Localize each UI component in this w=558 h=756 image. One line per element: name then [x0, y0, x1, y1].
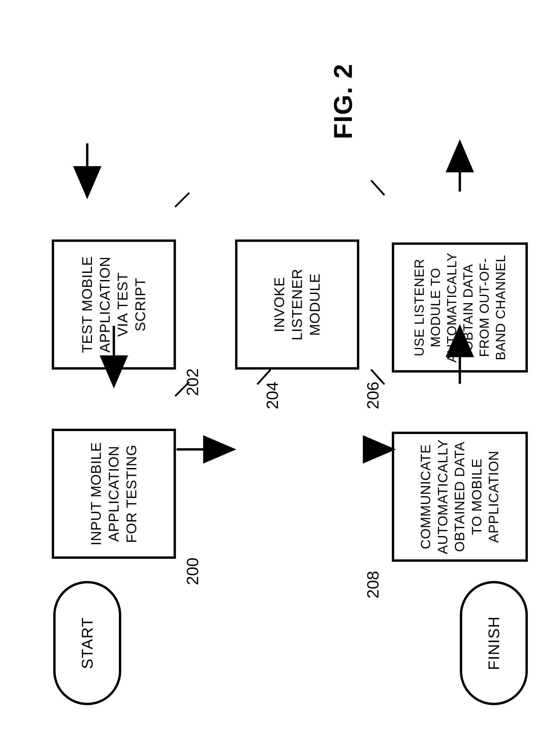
process-202-text: TEST MOBILE APPLICATION VIA TEST SCRIPT: [78, 245, 149, 364]
svg-line-6: [175, 193, 189, 207]
svg-line-10: [371, 180, 384, 195]
start-label: START: [78, 617, 96, 669]
ref-208: 208: [363, 567, 382, 603]
finish-label: FINISH: [485, 616, 503, 670]
process-206: USE LISTENER MODULE TO AUTOMATICALLY OBT…: [392, 242, 528, 372]
process-200-text: INPUT MOBILE APPLICATION FOR TESTING: [87, 434, 141, 553]
process-204: INVOKE LISTENER MODULE: [235, 239, 359, 370]
process-200: INPUT MOBILE APPLICATION FOR TESTING: [52, 429, 176, 559]
ref-206: 206: [363, 378, 382, 413]
start-terminator: START: [53, 581, 121, 705]
process-202: TEST MOBILE APPLICATION VIA TEST SCRIPT: [52, 239, 176, 370]
finish-terminator: FINISH: [460, 581, 528, 705]
process-208-text: COMMUNICATE AUTOMATICALLY OBTAINED DATA …: [417, 437, 502, 556]
ref-200: 200: [183, 554, 202, 589]
ref-204: 204: [262, 378, 282, 413]
process-204-text: INVOKE LISTENER MODULE: [271, 245, 324, 364]
flowchart-canvas: START INPUT MOBILE APPLICATION FOR TESTI…: [0, 0, 558, 756]
process-206-text: USE LISTENER MODULE TO AUTOMATICALLY OBT…: [411, 248, 509, 367]
ref-202: 202: [183, 365, 202, 400]
process-208: COMMUNICATE AUTOMATICALLY OBTAINED DATA …: [392, 432, 528, 562]
figure-label: FIG. 2: [328, 21, 358, 139]
